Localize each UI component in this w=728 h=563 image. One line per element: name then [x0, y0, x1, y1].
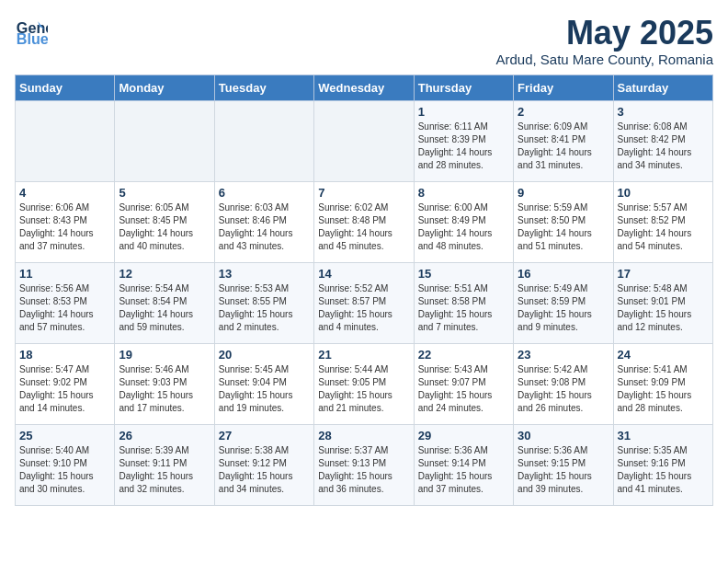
calendar-day: 1Sunrise: 6:11 AM Sunset: 8:39 PM Daylig… [414, 100, 513, 181]
calendar-day: 31Sunrise: 5:35 AM Sunset: 9:16 PM Dayli… [613, 424, 712, 505]
day-info: Sunrise: 5:44 AM Sunset: 9:05 PM Dayligh… [318, 363, 409, 415]
day-number: 17 [618, 267, 709, 281]
col-sunday: Sunday [16, 75, 115, 100]
day-info: Sunrise: 5:37 AM Sunset: 9:13 PM Dayligh… [318, 444, 409, 496]
calendar-day [16, 100, 115, 181]
col-monday: Monday [115, 75, 214, 100]
day-info: Sunrise: 5:40 AM Sunset: 9:10 PM Dayligh… [19, 444, 110, 496]
calendar-week-1: 1Sunrise: 6:11 AM Sunset: 8:39 PM Daylig… [16, 100, 713, 181]
svg-text:Blue: Blue [17, 30, 48, 47]
calendar-day: 9Sunrise: 5:59 AM Sunset: 8:50 PM Daylig… [514, 181, 613, 262]
day-number: 20 [219, 348, 310, 362]
calendar-day: 10Sunrise: 5:57 AM Sunset: 8:52 PM Dayli… [613, 181, 712, 262]
day-info: Sunrise: 5:43 AM Sunset: 9:07 PM Dayligh… [418, 363, 509, 415]
day-info: Sunrise: 5:36 AM Sunset: 9:15 PM Dayligh… [518, 444, 609, 496]
day-number: 8 [418, 186, 509, 200]
day-number: 26 [119, 429, 210, 442]
calendar-day: 25Sunrise: 5:40 AM Sunset: 9:10 PM Dayli… [16, 424, 115, 505]
calendar-day: 11Sunrise: 5:56 AM Sunset: 8:53 PM Dayli… [16, 262, 115, 343]
day-info: Sunrise: 5:51 AM Sunset: 8:58 PM Dayligh… [418, 282, 509, 334]
day-info: Sunrise: 6:05 AM Sunset: 8:45 PM Dayligh… [119, 201, 210, 253]
day-info: Sunrise: 6:09 AM Sunset: 8:41 PM Dayligh… [518, 121, 609, 172]
day-number: 3 [618, 105, 709, 119]
day-number: 14 [318, 267, 409, 281]
day-info: Sunrise: 5:49 AM Sunset: 8:59 PM Dayligh… [518, 282, 609, 334]
calendar-day: 24Sunrise: 5:41 AM Sunset: 9:09 PM Dayli… [613, 343, 712, 424]
day-number: 2 [518, 105, 609, 119]
day-info: Sunrise: 5:59 AM Sunset: 8:50 PM Dayligh… [518, 201, 609, 253]
day-number: 19 [119, 348, 210, 362]
calendar-day: 21Sunrise: 5:44 AM Sunset: 9:05 PM Dayli… [314, 343, 414, 424]
page-header: General Blue May 2025 Ardud, Satu Mare C… [15, 15, 713, 67]
calendar-day: 13Sunrise: 5:53 AM Sunset: 8:55 PM Dayli… [214, 262, 313, 343]
calendar-day: 27Sunrise: 5:38 AM Sunset: 9:12 PM Dayli… [214, 424, 313, 505]
day-number: 5 [119, 186, 210, 200]
calendar-day: 30Sunrise: 5:36 AM Sunset: 9:15 PM Dayli… [514, 424, 613, 505]
calendar-day: 15Sunrise: 5:51 AM Sunset: 8:58 PM Dayli… [414, 262, 513, 343]
calendar-table: Sunday Monday Tuesday Wednesday Thursday… [15, 75, 713, 506]
calendar-body: 1Sunrise: 6:11 AM Sunset: 8:39 PM Daylig… [16, 100, 713, 505]
day-number: 1 [418, 105, 509, 119]
calendar-title: May 2025 [495, 15, 713, 52]
day-number: 11 [19, 267, 110, 281]
day-info: Sunrise: 5:35 AM Sunset: 9:16 PM Dayligh… [618, 444, 709, 496]
day-info: Sunrise: 5:45 AM Sunset: 9:04 PM Dayligh… [219, 363, 310, 415]
day-number: 4 [19, 186, 110, 200]
calendar-day: 7Sunrise: 6:02 AM Sunset: 8:48 PM Daylig… [314, 181, 414, 262]
day-number: 27 [219, 429, 310, 442]
day-number: 22 [418, 348, 509, 362]
day-number: 28 [318, 429, 409, 442]
day-number: 15 [418, 267, 509, 281]
day-info: Sunrise: 6:03 AM Sunset: 8:46 PM Dayligh… [219, 201, 310, 253]
col-wednesday: Wednesday [314, 75, 414, 100]
day-number: 6 [219, 186, 310, 200]
day-info: Sunrise: 6:11 AM Sunset: 8:39 PM Dayligh… [418, 121, 509, 172]
day-info: Sunrise: 5:47 AM Sunset: 9:02 PM Dayligh… [19, 363, 110, 415]
calendar-day: 2Sunrise: 6:09 AM Sunset: 8:41 PM Daylig… [514, 100, 613, 181]
day-number: 12 [119, 267, 210, 281]
day-number: 31 [618, 429, 709, 442]
calendar-day: 6Sunrise: 6:03 AM Sunset: 8:46 PM Daylig… [214, 181, 313, 262]
day-info: Sunrise: 5:54 AM Sunset: 8:54 PM Dayligh… [119, 282, 210, 334]
calendar-day [115, 100, 214, 181]
day-number: 24 [618, 348, 709, 362]
day-info: Sunrise: 5:42 AM Sunset: 9:08 PM Dayligh… [518, 363, 609, 415]
calendar-week-2: 4Sunrise: 6:06 AM Sunset: 8:43 PM Daylig… [16, 181, 713, 262]
day-info: Sunrise: 5:36 AM Sunset: 9:14 PM Dayligh… [418, 444, 509, 496]
day-info: Sunrise: 5:56 AM Sunset: 8:53 PM Dayligh… [19, 282, 110, 334]
day-number: 7 [318, 186, 409, 200]
logo-icon: General Blue [15, 15, 48, 48]
calendar-day [314, 100, 414, 181]
calendar-day: 17Sunrise: 5:48 AM Sunset: 9:01 PM Dayli… [613, 262, 712, 343]
calendar-week-3: 11Sunrise: 5:56 AM Sunset: 8:53 PM Dayli… [16, 262, 713, 343]
day-number: 10 [618, 186, 709, 200]
calendar-day: 3Sunrise: 6:08 AM Sunset: 8:42 PM Daylig… [613, 100, 712, 181]
calendar-day: 14Sunrise: 5:52 AM Sunset: 8:57 PM Dayli… [314, 262, 414, 343]
calendar-day: 28Sunrise: 5:37 AM Sunset: 9:13 PM Dayli… [314, 424, 414, 505]
calendar-day: 5Sunrise: 6:05 AM Sunset: 8:45 PM Daylig… [115, 181, 214, 262]
day-number: 25 [19, 429, 110, 442]
col-thursday: Thursday [414, 75, 513, 100]
day-info: Sunrise: 5:38 AM Sunset: 9:12 PM Dayligh… [219, 444, 310, 496]
day-number: 29 [418, 429, 509, 442]
calendar-day: 8Sunrise: 6:00 AM Sunset: 8:49 PM Daylig… [414, 181, 513, 262]
title-block: May 2025 Ardud, Satu Mare County, Romani… [495, 15, 713, 67]
day-info: Sunrise: 6:08 AM Sunset: 8:42 PM Dayligh… [618, 121, 709, 172]
day-number: 23 [518, 348, 609, 362]
logo: General Blue [15, 15, 48, 48]
calendar-day [214, 100, 313, 181]
calendar-day: 20Sunrise: 5:45 AM Sunset: 9:04 PM Dayli… [214, 343, 313, 424]
day-info: Sunrise: 5:52 AM Sunset: 8:57 PM Dayligh… [318, 282, 409, 334]
calendar-week-5: 25Sunrise: 5:40 AM Sunset: 9:10 PM Dayli… [16, 424, 713, 505]
day-number: 16 [518, 267, 609, 281]
header-row: Sunday Monday Tuesday Wednesday Thursday… [16, 75, 713, 100]
calendar-week-4: 18Sunrise: 5:47 AM Sunset: 9:02 PM Dayli… [16, 343, 713, 424]
day-info: Sunrise: 6:02 AM Sunset: 8:48 PM Dayligh… [318, 201, 409, 253]
day-number: 30 [518, 429, 609, 442]
calendar-day: 12Sunrise: 5:54 AM Sunset: 8:54 PM Dayli… [115, 262, 214, 343]
day-number: 18 [19, 348, 110, 362]
day-number: 21 [318, 348, 409, 362]
calendar-day: 29Sunrise: 5:36 AM Sunset: 9:14 PM Dayli… [414, 424, 513, 505]
col-tuesday: Tuesday [214, 75, 313, 100]
day-info: Sunrise: 5:53 AM Sunset: 8:55 PM Dayligh… [219, 282, 310, 334]
